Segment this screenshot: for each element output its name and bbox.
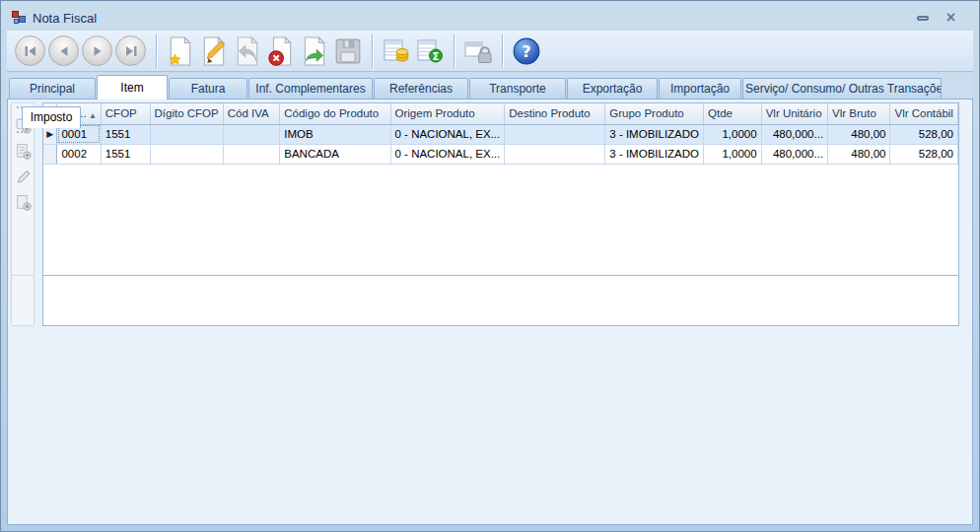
delete-row-icon[interactable] [15,194,32,211]
previous-record-icon [55,42,73,60]
toolbar-separator [372,34,373,68]
next-record-icon [89,42,106,60]
grid-cell[interactable]: 1,0000 [704,124,762,144]
column-header[interactable]: CFOP [101,103,150,124]
values-button[interactable] [380,33,413,69]
toolbar-separator [502,34,503,68]
grid-cell[interactable]: 0002 [57,144,101,164]
tab-principal[interactable]: Principal [9,78,96,100]
grid-cell[interactable]: IMOB [280,124,390,144]
tab-page-item: Nº ...▲CFOPDígito CFOPCód IVACódigo do P… [7,99,973,525]
grid-cell[interactable]: 528,00 [890,124,958,144]
help-button[interactable]: ? [510,33,543,69]
previous-record-button[interactable] [48,35,79,66]
column-header[interactable]: Destino Produto [505,103,605,124]
tab-item[interactable]: Item [97,75,168,100]
save-floppy-icon [334,37,362,65]
tab-exporta-o[interactable]: Exportação [567,78,658,100]
tab-inf-complementares[interactable]: Inf. Complementares [248,78,373,100]
help-icon: ? [512,36,541,66]
client-area: PrincipalItemFaturaInf. ComplementaresRe… [7,73,973,525]
row-indicator[interactable] [43,144,57,164]
edit-pencil-icon [200,36,228,66]
tab-strip: PrincipalItemFaturaInf. ComplementaresRe… [9,75,971,100]
grid-cell[interactable] [505,124,605,144]
grid-cell[interactable]: 528,00 [890,144,958,164]
sort-asc-icon: ▲ [89,111,97,120]
grid-cell[interactable] [223,124,280,144]
column-header[interactable]: Código do Produto [280,103,390,124]
grid-cell[interactable]: 1551 [101,124,150,144]
table-coins-icon [382,37,411,65]
first-record-icon [22,42,39,60]
column-header[interactable]: Vlr Bruto [828,103,890,124]
toolbar-grip[interactable] [17,131,29,134]
tab-imposto[interactable]: Imposto [22,106,81,128]
svg-text:Σ: Σ [433,50,440,61]
column-header[interactable]: Grupo Produto [605,103,704,124]
tab-fatura[interactable]: Fatura [169,78,247,100]
tab-importa-o[interactable]: Importação [659,78,741,100]
undo-button[interactable] [231,33,264,69]
new-document-icon [167,36,194,66]
grid-cell[interactable] [223,144,280,164]
column-header[interactable]: Dígito CFOP [150,103,223,124]
tab-transporte[interactable]: Transporte [469,78,566,100]
last-record-icon [122,42,140,60]
grid-cell[interactable]: 0 - NACIONAL, EX... [390,144,505,164]
edit-row-icon[interactable] [15,168,32,185]
close-icon[interactable]: × [946,11,955,25]
first-record-button[interactable] [15,35,45,66]
last-record-button[interactable] [115,35,146,66]
toolbar-separator [156,34,157,68]
nota-fiscal-window: Nota Fiscal × [0,0,980,532]
column-header[interactable]: Vlr Contábil [890,103,958,124]
grid-cell[interactable]: 480,000... [761,144,827,164]
item-section: Nº ...▲CFOPDígito CFOPCód IVACódigo do P… [11,102,959,276]
column-header[interactable]: Origem Produto [390,103,505,124]
new-record-button[interactable] [164,33,197,69]
table-sigma-icon: Σ [415,37,445,65]
grid-row: 00021551BANCADA0 - NACIONAL, EX...3 - IM… [43,144,958,164]
next-record-button[interactable] [82,35,112,66]
item-side-toolbar [11,102,35,276]
grid-cell[interactable]: 3 - IMOBILIZADO [605,124,704,144]
grid-cell[interactable]: 480,00 [828,144,890,164]
cancel-red-x-icon [267,36,295,66]
undo-arrow-icon [234,36,261,66]
edit-record-button[interactable] [197,33,231,69]
grid-cell[interactable]: 1551 [101,144,150,164]
tab-servi-o-consumo-outras-transa-es[interactable]: Serviço/ Consumo/ Outras Transações [742,78,942,100]
grid-cell[interactable]: 1,0000 [704,144,762,164]
window-title: Nota Fiscal [33,11,917,26]
grid-cell[interactable]: 0 - NACIONAL, EX... [390,124,505,144]
grid-cell[interactable]: BANCADA [280,144,390,164]
svg-text:?: ? [522,41,530,60]
green-arrow-icon [301,36,328,66]
add-row-icon[interactable] [15,143,32,160]
column-header[interactable]: Vlr Unitário [761,103,827,124]
cancel-button[interactable] [264,33,298,69]
grid-row: ▶00011551IMOB0 - NACIONAL, EX...3 - IMOB… [43,124,958,144]
tab-refer-ncias[interactable]: Referências [374,78,468,100]
titlebar[interactable]: Nota Fiscal × [7,5,973,31]
minimize-icon[interactable] [917,16,929,21]
grid-cell[interactable] [150,144,223,164]
post-button[interactable] [298,33,331,69]
grid-cell[interactable]: 480,000... [761,124,827,144]
security-button[interactable] [461,33,495,69]
window-lock-icon [462,37,494,65]
column-header[interactable]: Qtde [704,103,762,124]
toolbar-separator [454,34,455,68]
save-button[interactable] [331,33,365,69]
totals-button[interactable]: Σ [413,33,447,69]
grid-cell[interactable]: 3 - IMOBILIZADO [605,144,704,164]
grid-cell[interactable] [505,144,605,164]
item-grid: Nº ...▲CFOPDígito CFOPCód IVACódigo do P… [42,102,959,276]
main-toolbar: Σ ? [7,31,973,72]
grid-cell[interactable] [150,124,223,144]
column-header[interactable]: Cód IVA [223,103,280,124]
app-icon [11,10,27,26]
grid-cell[interactable]: 480,00 [828,124,890,144]
